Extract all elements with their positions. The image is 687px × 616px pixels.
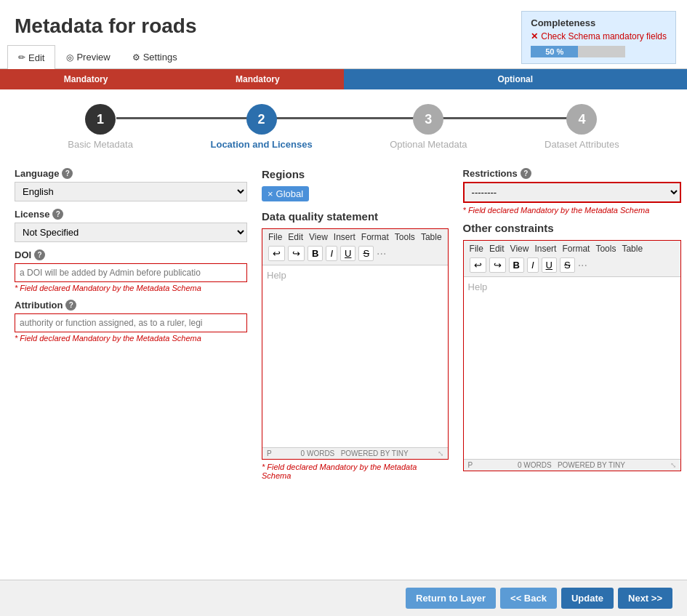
dqs-editor-footer: P 0 WORDS POWERED BY TINY ⤡ xyxy=(262,447,448,459)
license-select[interactable]: Not Specified xyxy=(15,223,247,242)
region-tag-global[interactable]: × Global xyxy=(262,186,309,201)
step-2: 2 Location and Licenses xyxy=(211,104,313,150)
oc-undo-btn[interactable]: ↩ xyxy=(470,257,486,273)
tab-preview[interactable]: ◎ Preview xyxy=(55,45,121,68)
main-content: Language ? English License ? Not Specifi… xyxy=(0,157,687,498)
progress-mandatory2: Mandatory xyxy=(172,69,343,89)
step-circle-3: 3 xyxy=(413,104,443,135)
restrictions-select[interactable]: -------- xyxy=(463,182,681,203)
completeness-error-icon: ✕ xyxy=(531,31,538,41)
dqs-editor-body[interactable]: Help xyxy=(262,265,448,447)
region-tag-x[interactable]: × xyxy=(268,188,273,199)
progress-bar: Mandatory Mandatory Optional xyxy=(0,69,687,89)
progress-optional: Optional xyxy=(344,69,688,89)
dqs-menu-file[interactable]: File xyxy=(268,232,282,242)
dqs-editor-menubar: File Edit View Insert Format Tools Table xyxy=(265,231,445,244)
tab-preview-label: Preview xyxy=(76,52,110,63)
oc-underline-btn[interactable]: U xyxy=(542,257,557,273)
language-label: Language ? xyxy=(15,168,247,179)
step-circle-1: 1 xyxy=(85,104,116,135)
dqs-menu-table[interactable]: Table xyxy=(421,232,442,242)
license-help-icon[interactable]: ? xyxy=(52,209,63,220)
language-help-icon[interactable]: ? xyxy=(62,168,73,179)
dqs-undo-btn[interactable]: ↩ xyxy=(268,246,285,261)
oc-editor-body[interactable]: Help xyxy=(464,277,680,459)
oc-redo-btn[interactable]: ↪ xyxy=(489,257,506,273)
dqs-resize-handle[interactable]: ⤡ xyxy=(438,449,443,457)
dqs-title: Data quality statement xyxy=(262,210,449,223)
preview-icon: ◎ xyxy=(66,52,73,63)
attribution-help-icon[interactable]: ? xyxy=(65,300,76,311)
oc-editor-menubar: File Edit View Insert Format Tools Table xyxy=(467,242,678,255)
bottom-bar: Return to Layer << Back Update Next >> xyxy=(0,580,687,616)
completeness-error: ✕ Check Schema mandatory fields xyxy=(531,31,667,41)
oc-footer-words: 0 WORDS POWERED BY TINY xyxy=(518,461,625,469)
attribution-mandatory-msg: * Field declared Mandatory by the Metada… xyxy=(15,334,247,343)
doi-mandatory-msg: * Field declared Mandatory by the Metada… xyxy=(15,284,247,292)
back-button[interactable]: << Back xyxy=(500,588,557,609)
completeness-error-text: Check Schema mandatory fields xyxy=(541,31,667,41)
dqs-menu-format[interactable]: Format xyxy=(361,232,389,242)
dqs-menu-tools[interactable]: Tools xyxy=(395,232,415,242)
attribution-input[interactable] xyxy=(15,313,247,332)
oc-resize-handle[interactable]: ⤡ xyxy=(670,461,676,469)
dqs-editor-buttons: ↩ ↪ B I U S ··· xyxy=(265,244,445,263)
tab-settings-label: Settings xyxy=(143,52,177,63)
edit-icon: ✏ xyxy=(18,52,25,63)
step-circle-2: 2 xyxy=(246,104,277,135)
completeness-title: Completeness xyxy=(531,17,667,28)
step-4: 4 Dataset Attributes xyxy=(545,104,619,150)
doi-help-icon[interactable]: ? xyxy=(34,249,45,260)
oc-menu-tools[interactable]: Tools xyxy=(595,244,616,254)
left-column: Language ? English License ? Not Specifi… xyxy=(15,168,247,487)
tab-settings[interactable]: ⚙ Settings xyxy=(121,45,188,68)
completeness-bar-bg: 50 % xyxy=(531,46,625,57)
dqs-italic-btn[interactable]: I xyxy=(326,246,337,261)
doi-input[interactable] xyxy=(15,263,247,282)
regions-title: Regions xyxy=(262,168,449,180)
dqs-bold-btn[interactable]: B xyxy=(308,246,323,261)
restrictions-mandatory-msg: * Field declared Mandatory by the Metada… xyxy=(463,206,681,215)
oc-menu-view[interactable]: View xyxy=(510,244,529,254)
oc-menu-table[interactable]: Table xyxy=(622,244,643,254)
dqs-menu-edit[interactable]: Edit xyxy=(288,232,303,242)
dqs-editor: File Edit View Insert Format Tools Table… xyxy=(262,228,449,460)
dqs-redo-btn[interactable]: ↪ xyxy=(288,246,305,261)
attribution-label: Attribution ? xyxy=(15,300,247,311)
oc-italic-btn[interactable]: I xyxy=(527,257,539,273)
language-select[interactable]: English xyxy=(15,182,247,201)
oc-editor-sep: ··· xyxy=(578,259,587,272)
step-circle-4: 4 xyxy=(566,104,597,135)
oc-bold-btn[interactable]: B xyxy=(509,257,524,273)
step-label-3: Optional Metadata xyxy=(390,139,467,150)
dqs-menu-view[interactable]: View xyxy=(309,232,328,242)
oc-menu-insert[interactable]: Insert xyxy=(534,244,556,254)
next-button[interactable]: Next >> xyxy=(618,588,672,609)
dqs-footer-words: 0 WORDS POWERED BY TINY xyxy=(301,449,409,457)
oc-menu-format[interactable]: Format xyxy=(562,244,590,254)
completeness-box: Completeness ✕ Check Schema mandatory fi… xyxy=(521,11,676,64)
oc-menu-file[interactable]: File xyxy=(470,244,483,254)
oc-menu-edit[interactable]: Edit xyxy=(489,244,505,254)
other-constraints-editor: File Edit View Insert Format Tools Table… xyxy=(463,240,681,471)
dqs-menu-insert[interactable]: Insert xyxy=(334,232,355,242)
dqs-footer-p: P xyxy=(267,449,272,457)
oc-editor-help: Help xyxy=(468,281,488,292)
region-tag-label: Global xyxy=(276,188,304,199)
oc-editor-buttons: ↩ ↪ B I U S ··· xyxy=(467,255,678,275)
oc-editor-footer: P 0 WORDS POWERED BY TINY ⤡ xyxy=(464,459,680,471)
tab-edit-label: Edit xyxy=(28,52,44,63)
step-label-1: Basic Metadata xyxy=(68,139,133,150)
dqs-editor-help: Help xyxy=(267,270,286,281)
dqs-mandatory-msg: * Field declared Mandatory by the Metada… xyxy=(262,463,449,480)
return-to-layer-button[interactable]: Return to Layer xyxy=(406,588,496,609)
oc-strike-btn[interactable]: S xyxy=(560,257,575,273)
dqs-underline-btn[interactable]: U xyxy=(340,246,355,261)
dqs-editor-sep: ··· xyxy=(377,247,386,260)
step-1: 1 Basic Metadata xyxy=(68,104,133,150)
update-button[interactable]: Update xyxy=(561,588,614,609)
steps-line xyxy=(116,117,571,119)
dqs-strike-btn[interactable]: S xyxy=(358,246,374,261)
restrictions-help-icon[interactable]: ? xyxy=(521,168,531,179)
tab-edit[interactable]: ✏ Edit xyxy=(7,45,55,69)
